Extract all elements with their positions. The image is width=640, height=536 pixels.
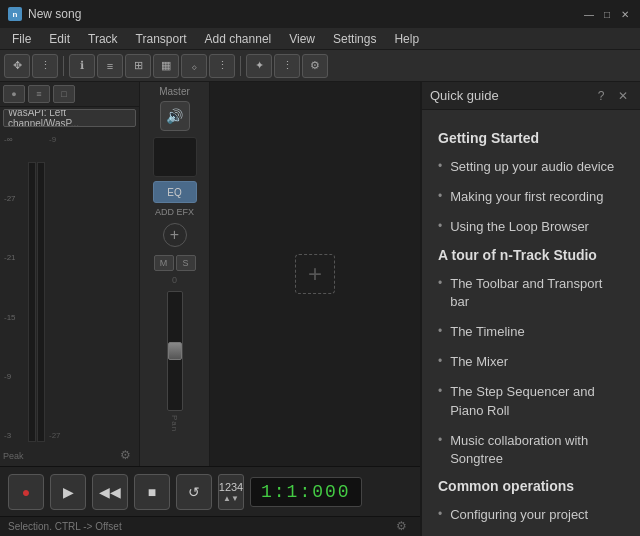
toolbar-sep-2	[240, 56, 241, 76]
guide-link-timeline[interactable]: The Timeline	[450, 323, 524, 341]
menu-track[interactable]: Track	[80, 30, 126, 48]
bullet-3: •	[438, 219, 442, 233]
vu-label-1: -27	[4, 194, 26, 203]
rewind-button[interactable]: ◀◀	[92, 474, 128, 510]
channel-strip: ● ≡ □ WasAPI: Left channel/WasP... -∞ -2…	[0, 82, 140, 466]
mute-button[interactable]: M	[154, 255, 174, 271]
maximize-button[interactable]: □	[600, 7, 614, 21]
guide-item-recording: • Making your first recording	[438, 186, 624, 208]
menu-edit[interactable]: Edit	[41, 30, 78, 48]
guide-link-mixer[interactable]: The Mixer	[450, 353, 508, 371]
guide-link-recording[interactable]: Making your first recording	[450, 188, 603, 206]
vu-side-label-2: -27	[49, 431, 61, 440]
guide-link-audio[interactable]: Setting up your audio device	[450, 158, 614, 176]
add-track-button[interactable]: +	[295, 254, 335, 294]
grid-button[interactable]: ⊞	[125, 54, 151, 78]
piano-button[interactable]: ▦	[153, 54, 179, 78]
toolbar-group-1: ✥ ⋮	[4, 54, 58, 78]
stop-button[interactable]: ■	[134, 474, 170, 510]
add-effect-button[interactable]: +	[163, 223, 187, 247]
guide-icons: ? ✕	[592, 87, 632, 105]
master-label: Master	[159, 86, 190, 97]
track-name: WasAPI: Left channel/WasP...	[3, 109, 136, 127]
bullet-7: •	[438, 384, 442, 398]
peak-label: Peak	[3, 451, 24, 461]
guide-close-button[interactable]: ✕	[614, 87, 632, 105]
guide-section-getting-started: Getting Started	[438, 130, 624, 146]
record-button[interactable]: ●	[8, 474, 44, 510]
list-button[interactable]: ≡	[97, 54, 123, 78]
add-efx-label: ADD EFX	[155, 207, 194, 217]
vu-label-3: -15	[4, 313, 26, 322]
menu-transport[interactable]: Transport	[128, 30, 195, 48]
guide-link-toolbar[interactable]: The Toolbar and Transport bar	[450, 275, 624, 311]
guide-section-common: Common operations	[438, 478, 624, 494]
vu-label-4: -9	[4, 372, 26, 381]
vu-side-label-1: -9	[49, 135, 61, 144]
transport-bar: ● ▶ ◀◀ ■ ↺ 1234 ▲▼ 1:1:000	[0, 466, 420, 516]
vu-labels: -∞ -27 -21 -15 -9 -3	[4, 133, 26, 442]
status-bar: Selection. CTRL -> Offset ⚙	[0, 516, 420, 536]
move-tool-button[interactable]: ✥	[4, 54, 30, 78]
guide-link-configuring[interactable]: Configuring your project	[450, 506, 588, 524]
guide-link-loop[interactable]: Using the Loop Browser	[450, 218, 589, 236]
time-display: 1:1:000	[250, 477, 362, 507]
guide-section-tour: A tour of n-Track Studio	[438, 247, 624, 263]
guide-link-sequencer[interactable]: The Step Sequencer and Piano Roll	[450, 383, 624, 419]
menu-view[interactable]: View	[281, 30, 323, 48]
vu-label-0: -∞	[4, 135, 26, 144]
more3-button[interactable]: ⋮	[274, 54, 300, 78]
toolbar-sep-1	[63, 56, 64, 76]
channel-btn-3[interactable]: □	[53, 85, 75, 103]
vu-bar-left	[28, 162, 36, 442]
channel-btn-2[interactable]: ≡	[28, 85, 50, 103]
quick-guide-panel: Quick guide ? ✕ Getting Started • Settin…	[420, 82, 640, 536]
bullet-5: •	[438, 324, 442, 338]
minimize-button[interactable]: —	[582, 7, 596, 21]
menu-bar: File Edit Track Transport Add channel Vi…	[0, 28, 640, 50]
bullet-6: •	[438, 354, 442, 368]
tempo-control[interactable]: 1234 ▲▼	[218, 474, 244, 510]
pan-label: Pan	[170, 415, 179, 432]
guide-help-button[interactable]: ?	[592, 87, 610, 105]
guide-item-loop: • Using the Loop Browser	[438, 216, 624, 238]
info-button[interactable]: ℹ	[69, 54, 95, 78]
bullet-8: •	[438, 433, 442, 447]
tempo-value: 1234	[219, 481, 243, 493]
fx-button[interactable]: ✦	[246, 54, 272, 78]
guide-item-configuring: • Configuring your project	[438, 504, 624, 526]
menu-file[interactable]: File	[4, 30, 39, 48]
guide-scroll-area[interactable]: Getting Started • Setting up your audio …	[422, 110, 640, 536]
ms-buttons: M S	[154, 255, 196, 271]
more2-button[interactable]: ⋮	[209, 54, 235, 78]
menu-settings[interactable]: Settings	[325, 30, 384, 48]
bullet-2: •	[438, 189, 442, 203]
volume-slider[interactable]	[167, 291, 183, 411]
guide-item-sequencer: • The Step Sequencer and Piano Roll	[438, 381, 624, 421]
pan-zero: 0	[172, 275, 177, 285]
menu-help[interactable]: Help	[386, 30, 427, 48]
status-settings-icon[interactable]: ⚙	[396, 519, 412, 535]
track-canvas: +	[210, 82, 420, 466]
toolbar-group-3: ✦ ⋮ ⚙	[246, 54, 328, 78]
loop-button[interactable]: ↺	[176, 474, 212, 510]
master-channel: Master 🔊 EQ ADD EFX + M S 0 Pan	[140, 82, 210, 466]
solo-button[interactable]: S	[176, 255, 196, 271]
toolbar: ✥ ⋮ ℹ ≡ ⊞ ▦ ⬦ ⋮ ✦ ⋮ ⚙	[0, 50, 640, 82]
close-button[interactable]: ✕	[618, 7, 632, 21]
settings-btn[interactable]: ⚙	[302, 54, 328, 78]
bullet-4: •	[438, 276, 442, 290]
toolbar-group-2: ℹ ≡ ⊞ ▦ ⬦ ⋮	[69, 54, 235, 78]
menu-add-channel[interactable]: Add channel	[197, 30, 280, 48]
vu-meters	[28, 133, 45, 442]
main-area: ● ≡ □ WasAPI: Left channel/WasP... -∞ -2…	[0, 82, 640, 536]
toolbar-more-button[interactable]: ⋮	[32, 54, 58, 78]
channel-btn-1[interactable]: ●	[3, 85, 25, 103]
guide-item-timeline: • The Timeline	[438, 321, 624, 343]
play-button[interactable]: ▶	[50, 474, 86, 510]
chart-button[interactable]: ⬦	[181, 54, 207, 78]
peak-settings-icon[interactable]: ⚙	[120, 448, 136, 464]
guide-link-songtree[interactable]: Music collaboration with Songtree	[450, 432, 624, 468]
waveform-display	[153, 137, 197, 177]
eq-button[interactable]: EQ	[153, 181, 197, 203]
